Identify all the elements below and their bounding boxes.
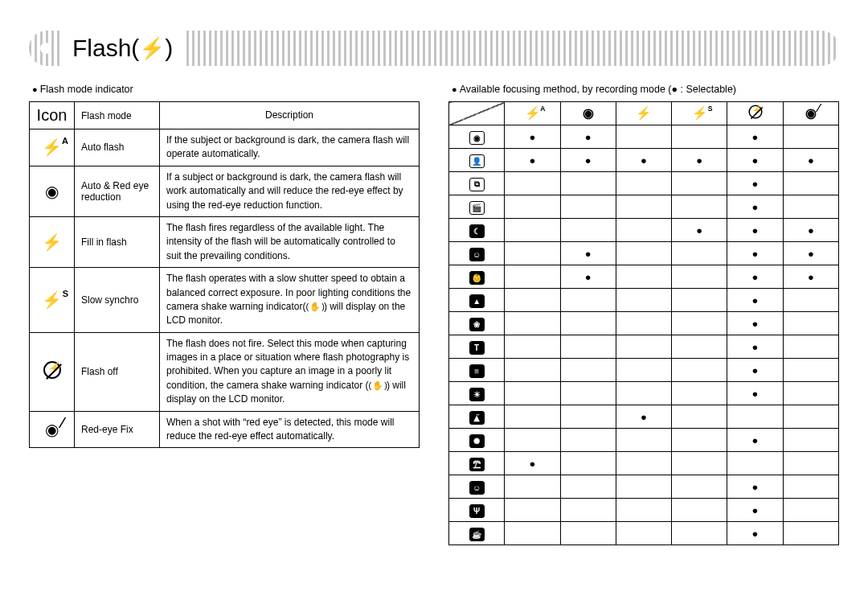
matrix-col-header — [727, 102, 783, 125]
matrix-col-header — [505, 102, 560, 125]
matrix-row: Ψ — [449, 499, 839, 522]
row-icon-cell — [30, 332, 75, 411]
matrix-cell — [560, 125, 616, 149]
row-icon-cell — [30, 216, 75, 267]
flash-icon — [636, 106, 652, 121]
matrix-row-header: ☀ — [449, 382, 505, 405]
matrix-cell — [727, 335, 783, 359]
matrix-cell — [505, 149, 560, 172]
matrix-cell — [560, 172, 616, 195]
matrix-row: ✺ — [449, 429, 839, 452]
matrix-cell — [672, 452, 727, 475]
matrix-cell — [616, 195, 671, 219]
matrix-cell — [505, 452, 560, 475]
matrix-cell — [672, 475, 727, 499]
flash-icon — [42, 232, 62, 252]
table-row: Flash offThe flash does not fire. Select… — [30, 332, 420, 411]
matrix-row-header: ❀ — [449, 312, 505, 335]
matrix-col-header — [616, 102, 671, 125]
matrix-cell — [672, 335, 727, 359]
red-eye-fix-icon — [805, 106, 816, 121]
matrix-corner — [449, 102, 505, 125]
matrix-cell — [616, 242, 671, 265]
matrix-cell — [783, 149, 838, 172]
table-row: Red-eye FixWhen a shot with “red eye” is… — [30, 411, 420, 448]
matrix-cell — [560, 359, 616, 382]
matrix-cell — [672, 405, 727, 429]
matrix-cell — [727, 289, 783, 312]
matrix-cell — [560, 289, 616, 312]
matrix-cell — [783, 359, 838, 382]
clapper-mode-icon: 🎬 — [469, 201, 485, 215]
matrix-cell — [672, 219, 727, 242]
landscape-mode-icon: ▲ — [469, 294, 485, 308]
matrix-cell — [560, 335, 616, 359]
matrix-cell — [727, 499, 783, 522]
dual-mode-icon: ⧉ — [469, 178, 485, 191]
red-eye-icon: ◉ — [45, 183, 59, 200]
camera-shake-icon — [305, 300, 323, 313]
matrix-cell — [783, 522, 838, 545]
matrix-row-header: ☺ — [449, 475, 505, 499]
matrix-cell — [783, 172, 838, 195]
matrix-cell — [616, 382, 671, 405]
matrix-col-header — [783, 102, 838, 125]
matrix-cell — [783, 125, 838, 149]
row-mode-cell: Slow synchro — [75, 268, 160, 333]
matrix-cell — [727, 359, 783, 382]
matrix-cell — [672, 289, 727, 312]
matrix-cell — [616, 405, 671, 429]
matrix-cell — [560, 382, 616, 405]
matrix-cell — [560, 429, 616, 452]
matrix-cell — [560, 499, 616, 522]
matrix-cell — [783, 265, 838, 289]
matrix-cell — [505, 522, 560, 545]
matrix-cell — [616, 522, 671, 545]
row-mode-cell: Auto flash — [75, 129, 160, 166]
matrix-cell — [783, 475, 838, 499]
matrix-cell — [560, 312, 616, 335]
matrix-row-header: ☺ — [449, 242, 505, 265]
matrix-cell — [783, 499, 838, 522]
matrix-cell — [727, 475, 783, 499]
matrix-cell — [727, 219, 783, 242]
matrix-row-header: 🎬 — [449, 195, 505, 219]
matrix-cell — [727, 312, 783, 335]
manual-page: Flash( ⚡ ) Flash mode indicator Icon Fla… — [0, 31, 868, 600]
row-desc-cell: When a shot with “red eye” is detected, … — [160, 411, 420, 448]
red-eye-icon: ◉ — [583, 106, 593, 121]
matrix-cell — [672, 265, 727, 289]
matrix-cell — [727, 522, 783, 545]
section-caption: Flash mode indicator — [32, 84, 420, 95]
cafe-mode-icon: ☕ — [469, 528, 485, 541]
matrix-row: ☕ — [449, 522, 839, 545]
matrix-cell — [616, 125, 671, 149]
matrix-row-header: ✺ — [449, 429, 505, 452]
matrix-cell — [560, 242, 616, 265]
page-title: Flash( ⚡ ) — [61, 31, 184, 66]
availability-matrix-section: Available focusing method, by recording … — [448, 82, 839, 545]
section-caption: Available focusing method, by recording … — [452, 84, 839, 95]
matrix-cell — [672, 195, 727, 219]
matrix-col-header: ◉ — [560, 102, 616, 125]
matrix-row-header: ◉ — [449, 125, 505, 149]
matrix-row: ☺ — [449, 242, 839, 265]
matrix-cell — [783, 382, 838, 405]
page-title-bar: Flash( ⚡ ) — [29, 31, 839, 66]
table-row: Slow synchroThe flash operates with a sl… — [30, 268, 420, 333]
row-icon-cell: ◉ — [30, 166, 75, 216]
matrix-col-header — [672, 102, 727, 125]
matrix-row: T — [449, 335, 839, 359]
matrix-row-header: Ψ — [449, 499, 505, 522]
row-icon-cell — [30, 411, 75, 448]
matrix-row-header: ☾ — [449, 219, 505, 242]
backlight-mode-icon: ▲̈ — [469, 411, 485, 425]
row-icon-cell — [30, 268, 75, 333]
matrix-cell — [505, 382, 560, 405]
matrix-cell — [505, 172, 560, 195]
sunset-mode-icon: ≡ — [469, 364, 485, 378]
matrix-cell — [616, 149, 671, 172]
dawn-mode-icon: ☀ — [469, 388, 485, 401]
matrix-cell — [783, 429, 838, 452]
flash-auto-icon — [42, 138, 62, 157]
